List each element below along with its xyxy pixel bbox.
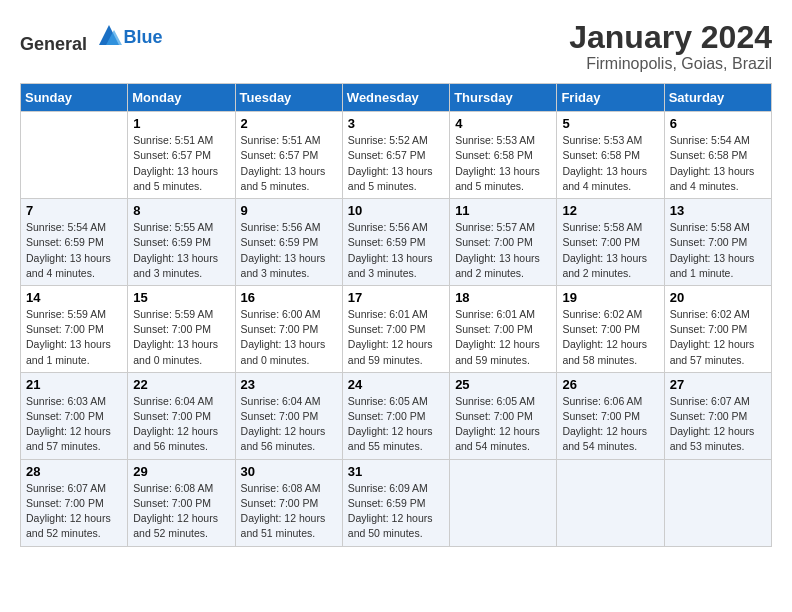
table-row: 7Sunrise: 5:54 AMSunset: 6:59 PMDaylight… [21,199,128,286]
calendar-row: 1Sunrise: 5:51 AMSunset: 6:57 PMDaylight… [21,112,772,199]
cell-info: Sunrise: 6:02 AMSunset: 7:00 PMDaylight:… [562,307,658,368]
col-tuesday: Tuesday [235,84,342,112]
cell-date: 17 [348,290,444,305]
cell-date: 27 [670,377,766,392]
cell-date: 9 [241,203,337,218]
cell-info: Sunrise: 5:53 AMSunset: 6:58 PMDaylight:… [455,133,551,194]
cell-info: Sunrise: 6:04 AMSunset: 7:00 PMDaylight:… [133,394,229,455]
cell-info: Sunrise: 5:57 AMSunset: 7:00 PMDaylight:… [455,220,551,281]
cell-info: Sunrise: 5:59 AMSunset: 7:00 PMDaylight:… [26,307,122,368]
cell-info: Sunrise: 6:06 AMSunset: 7:00 PMDaylight:… [562,394,658,455]
cell-date: 3 [348,116,444,131]
col-sunday: Sunday [21,84,128,112]
cell-info: Sunrise: 5:51 AMSunset: 6:57 PMDaylight:… [133,133,229,194]
cell-info: Sunrise: 6:07 AMSunset: 7:00 PMDaylight:… [26,481,122,542]
cell-date: 31 [348,464,444,479]
cell-info: Sunrise: 6:03 AMSunset: 7:00 PMDaylight:… [26,394,122,455]
cell-info: Sunrise: 5:54 AMSunset: 6:59 PMDaylight:… [26,220,122,281]
cell-info: Sunrise: 6:02 AMSunset: 7:00 PMDaylight:… [670,307,766,368]
header: General Blue January 2024 Firminopolis, … [20,20,772,73]
cell-info: Sunrise: 5:54 AMSunset: 6:58 PMDaylight:… [670,133,766,194]
header-row: Sunday Monday Tuesday Wednesday Thursday… [21,84,772,112]
table-row: 3Sunrise: 5:52 AMSunset: 6:57 PMDaylight… [342,112,449,199]
cell-info: Sunrise: 5:51 AMSunset: 6:57 PMDaylight:… [241,133,337,194]
cell-info: Sunrise: 6:04 AMSunset: 7:00 PMDaylight:… [241,394,337,455]
table-row: 11Sunrise: 5:57 AMSunset: 7:00 PMDayligh… [450,199,557,286]
cell-date: 15 [133,290,229,305]
calendar-row: 21Sunrise: 6:03 AMSunset: 7:00 PMDayligh… [21,372,772,459]
cell-info: Sunrise: 6:01 AMSunset: 7:00 PMDaylight:… [348,307,444,368]
table-row: 12Sunrise: 5:58 AMSunset: 7:00 PMDayligh… [557,199,664,286]
cell-date: 22 [133,377,229,392]
table-row [557,459,664,546]
table-row: 24Sunrise: 6:05 AMSunset: 7:00 PMDayligh… [342,372,449,459]
cell-info: Sunrise: 5:56 AMSunset: 6:59 PMDaylight:… [348,220,444,281]
cell-info: Sunrise: 5:53 AMSunset: 6:58 PMDaylight:… [562,133,658,194]
cell-date: 18 [455,290,551,305]
table-row: 25Sunrise: 6:05 AMSunset: 7:00 PMDayligh… [450,372,557,459]
cell-date: 24 [348,377,444,392]
table-row: 19Sunrise: 6:02 AMSunset: 7:00 PMDayligh… [557,285,664,372]
table-row: 4Sunrise: 5:53 AMSunset: 6:58 PMDaylight… [450,112,557,199]
col-thursday: Thursday [450,84,557,112]
cell-info: Sunrise: 6:09 AMSunset: 6:59 PMDaylight:… [348,481,444,542]
month-title: January 2024 [569,20,772,55]
cell-info: Sunrise: 6:05 AMSunset: 7:00 PMDaylight:… [455,394,551,455]
cell-info: Sunrise: 5:59 AMSunset: 7:00 PMDaylight:… [133,307,229,368]
col-friday: Friday [557,84,664,112]
cell-date: 23 [241,377,337,392]
cell-info: Sunrise: 5:58 AMSunset: 7:00 PMDaylight:… [670,220,766,281]
calendar-table: Sunday Monday Tuesday Wednesday Thursday… [20,83,772,546]
cell-date: 19 [562,290,658,305]
logo-icon [94,20,124,50]
table-row: 20Sunrise: 6:02 AMSunset: 7:00 PMDayligh… [664,285,771,372]
cell-date: 16 [241,290,337,305]
cell-info: Sunrise: 5:56 AMSunset: 6:59 PMDaylight:… [241,220,337,281]
cell-date: 26 [562,377,658,392]
table-row: 1Sunrise: 5:51 AMSunset: 6:57 PMDaylight… [128,112,235,199]
table-row: 21Sunrise: 6:03 AMSunset: 7:00 PMDayligh… [21,372,128,459]
table-row [664,459,771,546]
logo-general: General [20,34,87,54]
table-row: 31Sunrise: 6:09 AMSunset: 6:59 PMDayligh… [342,459,449,546]
logo-blue: Blue [124,27,163,47]
table-row: 16Sunrise: 6:00 AMSunset: 7:00 PMDayligh… [235,285,342,372]
cell-date: 2 [241,116,337,131]
table-row: 17Sunrise: 6:01 AMSunset: 7:00 PMDayligh… [342,285,449,372]
table-row [450,459,557,546]
cell-info: Sunrise: 6:05 AMSunset: 7:00 PMDaylight:… [348,394,444,455]
table-row: 8Sunrise: 5:55 AMSunset: 6:59 PMDaylight… [128,199,235,286]
table-row: 28Sunrise: 6:07 AMSunset: 7:00 PMDayligh… [21,459,128,546]
cell-info: Sunrise: 5:58 AMSunset: 7:00 PMDaylight:… [562,220,658,281]
table-row: 6Sunrise: 5:54 AMSunset: 6:58 PMDaylight… [664,112,771,199]
calendar-row: 14Sunrise: 5:59 AMSunset: 7:00 PMDayligh… [21,285,772,372]
table-row: 10Sunrise: 5:56 AMSunset: 6:59 PMDayligh… [342,199,449,286]
cell-date: 29 [133,464,229,479]
cell-info: Sunrise: 5:52 AMSunset: 6:57 PMDaylight:… [348,133,444,194]
table-row: 26Sunrise: 6:06 AMSunset: 7:00 PMDayligh… [557,372,664,459]
cell-info: Sunrise: 6:00 AMSunset: 7:00 PMDaylight:… [241,307,337,368]
cell-date: 7 [26,203,122,218]
logo: General Blue [20,20,163,55]
cell-info: Sunrise: 6:07 AMSunset: 7:00 PMDaylight:… [670,394,766,455]
table-row: 14Sunrise: 5:59 AMSunset: 7:00 PMDayligh… [21,285,128,372]
cell-date: 28 [26,464,122,479]
cell-date: 20 [670,290,766,305]
table-row: 5Sunrise: 5:53 AMSunset: 6:58 PMDaylight… [557,112,664,199]
table-row: 15Sunrise: 5:59 AMSunset: 7:00 PMDayligh… [128,285,235,372]
cell-info: Sunrise: 6:08 AMSunset: 7:00 PMDaylight:… [133,481,229,542]
table-row: 9Sunrise: 5:56 AMSunset: 6:59 PMDaylight… [235,199,342,286]
cell-date: 14 [26,290,122,305]
cell-date: 8 [133,203,229,218]
location-title: Firminopolis, Goias, Brazil [569,55,772,73]
col-monday: Monday [128,84,235,112]
cell-date: 21 [26,377,122,392]
col-wednesday: Wednesday [342,84,449,112]
calendar-row: 7Sunrise: 5:54 AMSunset: 6:59 PMDaylight… [21,199,772,286]
cell-info: Sunrise: 6:01 AMSunset: 7:00 PMDaylight:… [455,307,551,368]
cell-date: 10 [348,203,444,218]
cell-info: Sunrise: 6:08 AMSunset: 7:00 PMDaylight:… [241,481,337,542]
cell-date: 12 [562,203,658,218]
table-row: 27Sunrise: 6:07 AMSunset: 7:00 PMDayligh… [664,372,771,459]
title-area: January 2024 Firminopolis, Goias, Brazil [569,20,772,73]
